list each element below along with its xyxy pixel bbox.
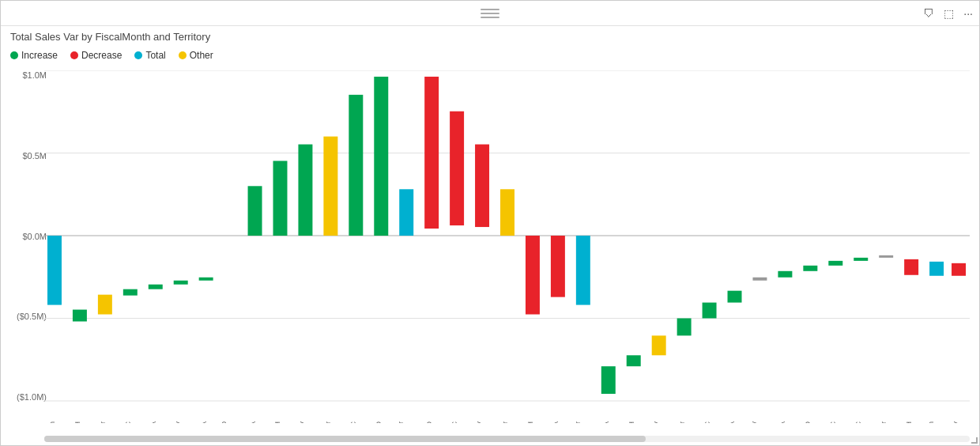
- legend-dot-increase: [10, 51, 18, 59]
- legend-dot-total: [134, 51, 142, 59]
- more-options-icon[interactable]: ···: [963, 7, 973, 20]
- svg-text:NC: NC: [124, 421, 132, 423]
- svg-text:Apr: Apr: [574, 421, 582, 423]
- bar-may-total[interactable]: [752, 278, 767, 281]
- legend-dot-other: [179, 51, 187, 59]
- svg-text:Other: Other: [324, 421, 332, 423]
- bar-oh-dec-decrease[interactable]: [526, 236, 540, 315]
- bar-pa-dec-decrease[interactable]: [551, 236, 565, 297]
- svg-text:PA: PA: [249, 421, 257, 423]
- svg-text:MD: MD: [804, 421, 812, 423]
- svg-text:WV: WV: [299, 421, 307, 423]
- legend-label-decrease: Decrease: [81, 50, 122, 61]
- bar-oh-1-increase[interactable]: [73, 310, 87, 322]
- bar-wv-apr-other[interactable]: [652, 335, 666, 355]
- bar-mar-total[interactable]: [399, 189, 413, 236]
- bar-md-may-increase[interactable]: [803, 266, 817, 271]
- bar-oh-jun-decrease[interactable]: [904, 259, 918, 275]
- svg-text:May: May: [750, 421, 758, 423]
- svg-text:OH: OH: [628, 421, 635, 423]
- svg-text:NC: NC: [854, 421, 862, 423]
- svg-text:VA: VA: [729, 421, 737, 423]
- bar-wv-dec-decrease[interactable]: [475, 145, 489, 228]
- bar-wv-1-increase[interactable]: [174, 281, 188, 285]
- svg-text:MD: MD: [425, 421, 433, 423]
- x-axis-svg: Jan OH Other NC PA WV VA Feb PA OH WV Ot…: [44, 391, 970, 423]
- scrollbar[interactable]: [44, 436, 970, 442]
- svg-text:Jan: Jan: [48, 421, 56, 423]
- svg-text:Feb: Feb: [220, 421, 228, 423]
- svg-text:NC: NC: [349, 421, 357, 423]
- svg-text:Other: Other: [880, 421, 888, 423]
- svg-text:OH: OH: [526, 421, 534, 423]
- bar-other-2-other[interactable]: [500, 189, 514, 236]
- bar-sc-may-increase[interactable]: [828, 261, 842, 266]
- top-icons: ⛉ ⬚ ···: [923, 7, 973, 20]
- bar-other-apr-increase[interactable]: [677, 319, 692, 336]
- bar-pa-feb-increase[interactable]: [248, 186, 262, 236]
- legend-item-total: Total: [134, 50, 165, 61]
- svg-text:OH: OH: [273, 421, 281, 423]
- bar-nc-1-increase[interactable]: [123, 289, 138, 296]
- bar-jun-total[interactable]: [929, 262, 944, 276]
- bar-nc-dec-decrease[interactable]: [450, 112, 464, 225]
- bar-apr-total[interactable]: [576, 236, 590, 305]
- legend-item-decrease: Decrease: [70, 50, 122, 61]
- svg-text:PA: PA: [778, 421, 786, 423]
- svg-text:PA: PA: [149, 421, 157, 423]
- svg-text:WV: WV: [476, 421, 484, 423]
- legend-label-increase: Increase: [21, 50, 58, 61]
- svg-text:Other: Other: [99, 421, 107, 423]
- svg-text:NC: NC: [450, 421, 458, 423]
- scrollbar-thumb[interactable]: [44, 436, 646, 442]
- svg-text:Other: Other: [678, 421, 686, 423]
- bar-nc-mar-increase[interactable]: [349, 95, 363, 236]
- chart-container: ⛉ ⬚ ··· Total Sales Var by FiscalMonth a…: [0, 0, 980, 446]
- resize-handle[interactable]: [970, 436, 979, 445]
- svg-text:PA: PA: [602, 421, 610, 423]
- bar-md-mar-increase[interactable]: [374, 77, 388, 236]
- svg-text:Jun: Jun: [927, 421, 935, 423]
- legend-label-other: Other: [190, 50, 213, 61]
- focus-icon[interactable]: ⬚: [944, 7, 954, 20]
- legend-dot-decrease: [70, 51, 78, 59]
- bar-other-may[interactable]: [879, 255, 893, 258]
- bar-oh-apr-increase[interactable]: [627, 355, 641, 366]
- svg-text:WV: WV: [175, 421, 183, 423]
- filter-icon[interactable]: ⛉: [923, 7, 934, 20]
- svg-text:OH: OH: [74, 421, 81, 423]
- svg-text:WV: WV: [952, 421, 960, 423]
- bar-va-apr-increase[interactable]: [728, 291, 742, 303]
- svg-text:NC: NC: [703, 421, 711, 423]
- drag-handle[interactable]: [481, 9, 499, 18]
- bar-pa-apr-increase[interactable]: [601, 366, 616, 394]
- legend: Increase Decrease Total Other: [10, 50, 213, 61]
- bar-nc-apr-increase[interactable]: [703, 303, 717, 319]
- bar-oh-feb-increase[interactable]: [273, 161, 288, 236]
- bar-pa-may-increase[interactable]: [778, 271, 792, 278]
- bar-pa-1-increase[interactable]: [149, 285, 163, 289]
- x-axis: Jan OH Other NC PA WV VA Feb PA OH WV Ot…: [44, 391, 970, 423]
- svg-text:WV: WV: [653, 421, 661, 423]
- bar-md-dec-decrease[interactable]: [424, 77, 439, 229]
- svg-text:SC: SC: [829, 421, 837, 423]
- bar-va-1-increase[interactable]: [199, 278, 213, 281]
- chart-svg: [44, 70, 970, 402]
- svg-text:Mar: Mar: [397, 421, 405, 423]
- svg-text:Other: Other: [501, 421, 509, 423]
- bar-other-feb-other[interactable]: [323, 137, 337, 236]
- top-bar: [1, 1, 979, 26]
- svg-text:OH: OH: [905, 421, 913, 423]
- bar-wv-feb-increase[interactable]: [298, 145, 312, 236]
- legend-item-increase: Increase: [10, 50, 58, 61]
- bar-wv-jun-decrease[interactable]: [952, 263, 966, 276]
- bar-jan-total[interactable]: [47, 236, 62, 305]
- svg-text:MD: MD: [375, 421, 383, 423]
- legend-item-other: Other: [179, 50, 213, 61]
- bar-other-1-other[interactable]: [98, 295, 112, 315]
- chart-title: Total Sales Var by FiscalMonth and Terri…: [10, 31, 210, 43]
- legend-label-total: Total: [145, 50, 165, 61]
- svg-text:PA: PA: [552, 421, 560, 423]
- bar-nc-may-increase[interactable]: [854, 258, 868, 261]
- svg-text:VA: VA: [200, 421, 208, 423]
